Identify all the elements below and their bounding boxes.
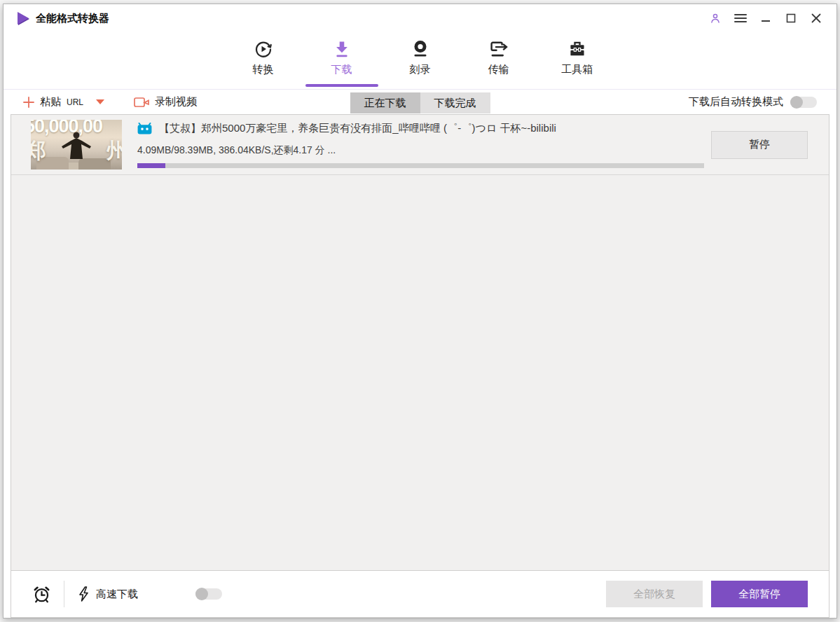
tab-toolbox[interactable]: 工具箱 [546,32,609,89]
footer-divider [64,581,64,607]
user-account-icon[interactable] [706,9,724,27]
tab-downloading[interactable]: 正在下载 [350,92,420,113]
tab-download-label: 下载 [331,63,352,76]
paste-url-button[interactable]: 粘贴URL [23,95,104,109]
burn-icon [411,36,430,62]
high-speed-toggle[interactable] [195,588,222,600]
tab-completed[interactable]: 下载完成 [420,92,490,113]
footer-bar: 高速下载 全部恢复 全部暂停 [11,570,829,617]
tab-toolbox-label: 工具箱 [561,63,593,76]
toggle-knob [790,96,803,109]
tab-transfer-label: 传输 [488,63,509,76]
tab-convert-label: 转换 [253,63,274,76]
toolbox-icon [567,36,587,62]
paste-url-label: 粘贴 [40,95,61,109]
maximize-icon[interactable] [782,9,800,27]
auto-convert-toggle[interactable] [790,97,817,108]
download-icon [332,36,352,62]
convert-icon [253,36,274,62]
download-row[interactable]: 50,000,00 郑 州 【艾叔】郑州5000万豪宅里，养条巨贵有没有排面_哔… [11,115,829,175]
pause-all-button[interactable]: 全部暂停 [711,581,808,607]
tab-burn[interactable]: 刻录 [389,32,452,89]
minimize-icon[interactable] [757,9,775,27]
tab-burn-label: 刻录 [410,63,431,76]
high-speed-label: 高速下载 [96,588,138,601]
download-list-empty-area [11,175,829,570]
titlebar: 全能格式转换器 [4,4,836,32]
app-logo-icon [18,12,29,25]
paste-url-dropdown-icon[interactable] [96,99,104,104]
pause-button[interactable]: 暂停 [711,131,808,159]
tab-download[interactable]: 下载 [310,32,373,89]
menu-icon[interactable] [731,9,750,27]
record-video-label: 录制视频 [155,95,197,109]
app-window: 全能格式转换器 [3,4,837,618]
tab-transfer[interactable]: 传输 [467,32,530,89]
download-list-tabs: 正在下载 下载完成 [350,92,490,113]
download-title: 【艾叔】郑州5000万豪宅里，养条巨贵有没有排面_哔哩哔哩 (゜-゜)つロ 干杯… [159,122,556,135]
auto-convert-label: 下载后自动转换模式 [689,95,783,109]
thumbnail-char-left: 郑 [31,137,46,165]
main-nav: 转换 下载 刻录 [4,32,836,90]
download-stats: 4.09MB/98.39MB, 386.04KB/S,还剩4.17 分 ... [137,144,704,157]
thumbnail-char-right: 州 [106,137,122,165]
app-title: 全能格式转换器 [36,12,109,25]
paste-url-suffix: URL [67,97,83,107]
resume-all-button[interactable]: 全部恢复 [606,581,703,607]
progress-bar [137,163,704,168]
progress-fill [137,163,165,168]
close-icon[interactable] [807,9,825,27]
record-video-button[interactable]: 录制视频 [134,95,197,109]
high-speed-group: 高速下载 [78,586,138,602]
toggle-knob [195,588,208,600]
lightning-icon [78,586,89,602]
toolbar: 粘贴URL 录制视频 正在下载 下载完成 下载后自动转换模式 [4,90,836,114]
video-thumbnail: 50,000,00 郑 州 [31,120,122,170]
download-panel: 50,000,00 郑 州 【艾叔】郑州5000万豪宅里，养条巨贵有没有排面_哔… [11,114,829,618]
transfer-icon [488,36,509,62]
tab-convert[interactable]: 转换 [232,32,295,89]
thumbnail-money-text: 50,000,00 [31,120,102,137]
bilibili-icon [137,123,152,134]
schedule-timer-icon[interactable] [32,585,51,604]
